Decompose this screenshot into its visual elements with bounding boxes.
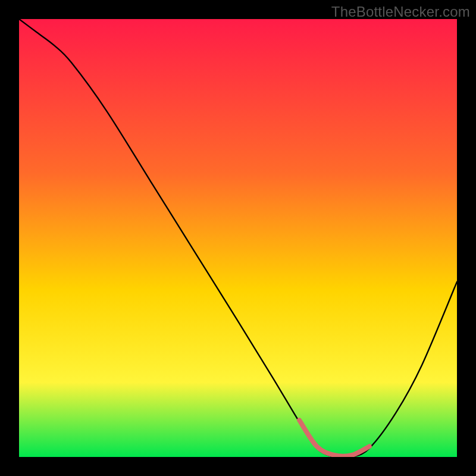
bottleneck-chart: [19, 19, 457, 457]
watermark-text: TheBottleNecker.com: [331, 4, 470, 20]
chart-frame: [19, 19, 457, 457]
gradient-background: [19, 19, 457, 457]
